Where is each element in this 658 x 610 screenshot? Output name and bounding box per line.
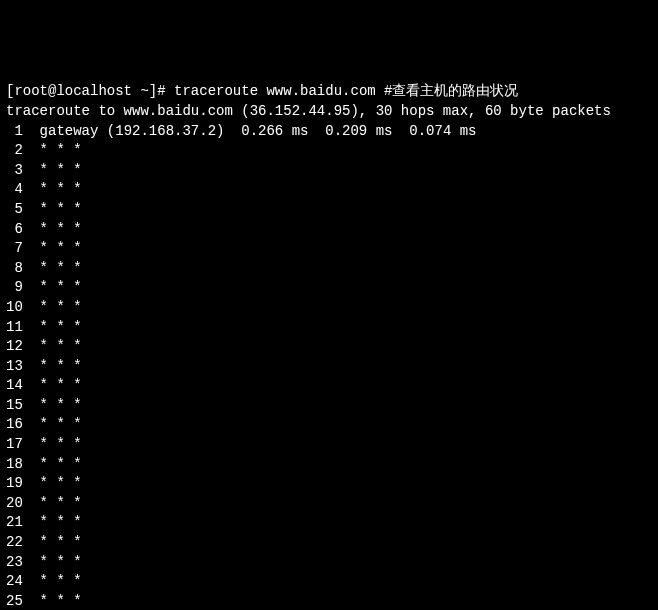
hop-number: 14 bbox=[6, 377, 23, 393]
hop-line: 24 * * * bbox=[6, 572, 652, 592]
hop-number: 13 bbox=[6, 358, 23, 374]
shell-prompt: [root@localhost ~]# bbox=[6, 83, 166, 99]
hop-result: * * * bbox=[23, 162, 82, 178]
hop-result: * * * bbox=[23, 554, 82, 570]
hop-result: * * * bbox=[23, 573, 82, 589]
hop-result: * * * bbox=[23, 377, 82, 393]
hop-line: 8 * * * bbox=[6, 259, 652, 279]
hop-line: 17 * * * bbox=[6, 435, 652, 455]
hop-number: 7 bbox=[6, 240, 23, 256]
hop-line: 18 * * * bbox=[6, 455, 652, 475]
hops-list: 1 gateway (192.168.37.2) 0.266 ms 0.209 … bbox=[6, 122, 652, 610]
hop-line: 11 * * * bbox=[6, 318, 652, 338]
hop-line: 13 * * * bbox=[6, 357, 652, 377]
hop-line: 9 * * * bbox=[6, 278, 652, 298]
hop-result: * * * bbox=[23, 221, 82, 237]
hop-number: 22 bbox=[6, 534, 23, 550]
hop-result: * * * bbox=[23, 514, 82, 530]
command-text: traceroute www.baidu.com bbox=[174, 83, 376, 99]
hop-result: * * * bbox=[23, 534, 82, 550]
hop-number: 16 bbox=[6, 416, 23, 432]
traceroute-header: traceroute to www.baidu.com (36.152.44.9… bbox=[6, 102, 652, 122]
hop-number: 4 bbox=[6, 181, 23, 197]
hop-line: 19 * * * bbox=[6, 474, 652, 494]
hop-result: * * * bbox=[23, 593, 82, 609]
hop-line: 25 * * * bbox=[6, 592, 652, 610]
hop-result: * * * bbox=[23, 299, 82, 315]
hop-result: * * * bbox=[23, 279, 82, 295]
hop-number: 20 bbox=[6, 495, 23, 511]
hop-line: 4 * * * bbox=[6, 180, 652, 200]
hop-line: 21 * * * bbox=[6, 513, 652, 533]
hop-number: 8 bbox=[6, 260, 23, 276]
hop-result: * * * bbox=[23, 319, 82, 335]
hop-result: * * * bbox=[23, 338, 82, 354]
hop-number: 19 bbox=[6, 475, 23, 491]
hop-result: * * * bbox=[23, 397, 82, 413]
command-line: [root@localhost ~]# traceroute www.baidu… bbox=[6, 82, 652, 102]
hop-result: * * * bbox=[23, 260, 82, 276]
hop-result: * * * bbox=[23, 358, 82, 374]
hop-number: 15 bbox=[6, 397, 23, 413]
command-comment: #查看主机的路由状况 bbox=[384, 83, 518, 99]
hop-line: 22 * * * bbox=[6, 533, 652, 553]
hop-number: 6 bbox=[6, 221, 23, 237]
hop-number: 17 bbox=[6, 436, 23, 452]
hop-result: * * * bbox=[23, 142, 82, 158]
hop-number: 12 bbox=[6, 338, 23, 354]
hop-result: * * * bbox=[23, 475, 82, 491]
hop-number: 1 bbox=[6, 123, 23, 139]
hop-result: gateway (192.168.37.2) 0.266 ms 0.209 ms… bbox=[23, 123, 477, 139]
hop-line: 14 * * * bbox=[6, 376, 652, 396]
hop-number: 25 bbox=[6, 593, 23, 609]
hop-number: 5 bbox=[6, 201, 23, 217]
hop-number: 2 bbox=[6, 142, 23, 158]
hop-number: 9 bbox=[6, 279, 23, 295]
hop-number: 3 bbox=[6, 162, 23, 178]
hop-number: 10 bbox=[6, 299, 23, 315]
hop-line: 12 * * * bbox=[6, 337, 652, 357]
hop-number: 23 bbox=[6, 554, 23, 570]
hop-line: 15 * * * bbox=[6, 396, 652, 416]
hop-result: * * * bbox=[23, 456, 82, 472]
hop-result: * * * bbox=[23, 201, 82, 217]
hop-line: 5 * * * bbox=[6, 200, 652, 220]
hop-line: 20 * * * bbox=[6, 494, 652, 514]
hop-result: * * * bbox=[23, 495, 82, 511]
terminal-output: [root@localhost ~]# traceroute www.baidu… bbox=[6, 82, 652, 610]
hop-number: 18 bbox=[6, 456, 23, 472]
hop-number: 24 bbox=[6, 573, 23, 589]
hop-result: * * * bbox=[23, 436, 82, 452]
hop-line: 7 * * * bbox=[6, 239, 652, 259]
hop-line: 10 * * * bbox=[6, 298, 652, 318]
hop-line: 3 * * * bbox=[6, 161, 652, 181]
hop-line: 16 * * * bbox=[6, 415, 652, 435]
hop-line: 1 gateway (192.168.37.2) 0.266 ms 0.209 … bbox=[6, 122, 652, 142]
hop-line: 23 * * * bbox=[6, 553, 652, 573]
hop-number: 11 bbox=[6, 319, 23, 335]
hop-line: 2 * * * bbox=[6, 141, 652, 161]
hop-result: * * * bbox=[23, 416, 82, 432]
hop-result: * * * bbox=[23, 181, 82, 197]
hop-line: 6 * * * bbox=[6, 220, 652, 240]
hop-number: 21 bbox=[6, 514, 23, 530]
hop-result: * * * bbox=[23, 240, 82, 256]
